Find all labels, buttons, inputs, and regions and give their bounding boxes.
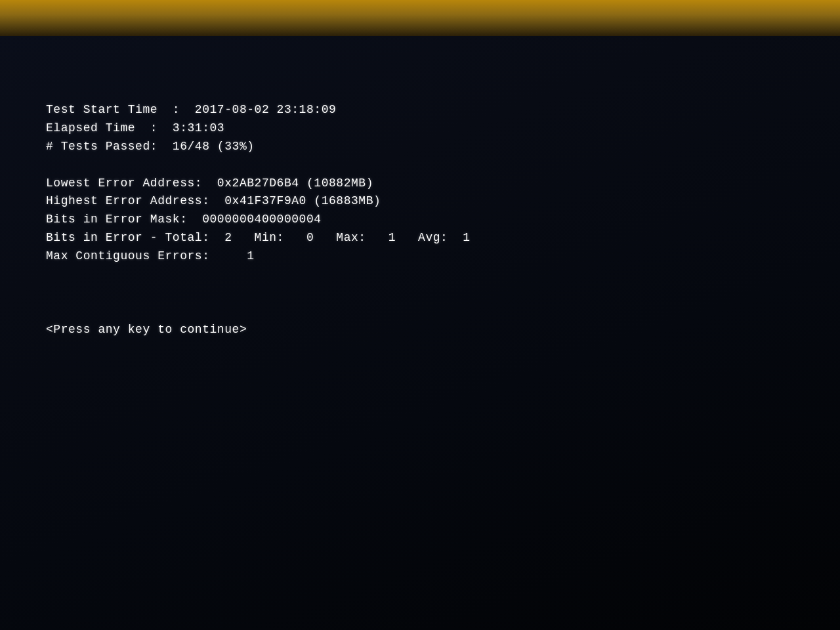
lowest-error-address-line: Lowest Error Address: 0x2AB27D6B4 (10882…: [46, 175, 794, 193]
lowest-error-address-text: Lowest Error Address: 0x2AB27D6B4 (10882…: [46, 175, 373, 193]
bits-in-error-mask-line: Bits in Error Mask: 0000000400000004: [46, 211, 794, 229]
highest-error-address-line: Highest Error Address: 0x41F37F9A0 (1688…: [46, 192, 794, 211]
bits-in-error-mask-text: Bits in Error Mask: 0000000400000004: [46, 211, 322, 229]
bits-in-error-total-line: Bits in Error - Total: 2 Min: 0 Max: 1 A…: [46, 229, 794, 247]
tests-passed-text: # Tests Passed: 16/48 (33%): [46, 138, 255, 156]
screen-bezel: Test Start Time : 2017-08-02 23:18:09 El…: [0, 20, 840, 630]
terminal-output: Test Start Time : 2017-08-02 23:18:09 El…: [46, 101, 794, 564]
tests-passed-line: # Tests Passed: 16/48 (33%): [46, 138, 794, 156]
test-start-time-line: Test Start Time : 2017-08-02 23:18:09: [46, 101, 794, 119]
max-contiguous-errors-text: Max Contiguous Errors: 1: [46, 247, 255, 266]
test-start-time-text: Test Start Time : 2017-08-02 23:18:09: [46, 101, 336, 119]
wood-surface: [0, 0, 840, 36]
press-any-key-line: <Press any key to continue>: [46, 321, 794, 339]
highest-error-address-text: Highest Error Address: 0x41F37F9A0 (1688…: [46, 192, 381, 211]
elapsed-time-text: Elapsed Time : 3:31:03: [46, 119, 224, 138]
elapsed-time-line: Elapsed Time : 3:31:03: [46, 119, 794, 138]
press-any-key-text: <Press any key to continue>: [46, 321, 247, 339]
bits-in-error-total-text: Bits in Error - Total: 2 Min: 0 Max: 1 A…: [46, 229, 470, 247]
max-contiguous-errors-line: Max Contiguous Errors: 1: [46, 247, 794, 266]
blank-line-2: [46, 266, 794, 284]
blank-line-3: [46, 284, 794, 303]
blank-line-1: [46, 156, 794, 175]
